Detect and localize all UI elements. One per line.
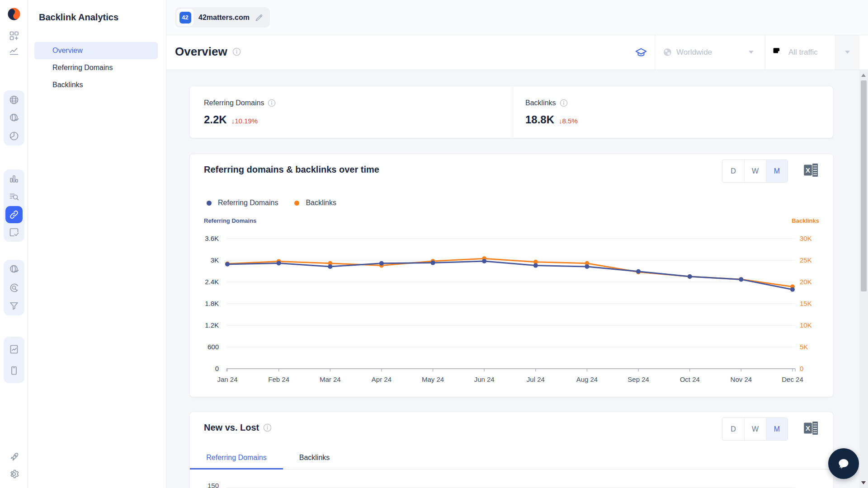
learn-graduation-cap-icon[interactable] (635, 47, 647, 61)
svg-text:Dec 24: Dec 24 (782, 375, 803, 383)
traffic-analytics-icon[interactable] (5, 109, 23, 127)
svg-text:Jul 24: Jul 24 (527, 375, 545, 383)
overtime-line-chart[interactable]: 006005K1.2K10K1.8K15K2.4K20K3K25K3.6K30K… (204, 226, 820, 389)
granularity-month-button[interactable]: M (766, 418, 788, 440)
svg-text:Jun 24: Jun 24 (474, 375, 495, 383)
edit-pencil-icon[interactable] (255, 13, 264, 22)
summary-metrics-card: Referring Domains 2.2K ↓10.19% Backlinks… (189, 86, 834, 138)
icon-rail (0, 0, 28, 488)
rail-group-reports (4, 337, 24, 383)
sidebar-item-overview[interactable]: Overview (34, 42, 158, 59)
settings-gear-icon[interactable] (5, 466, 23, 482)
svg-text:Aug 24: Aug 24 (576, 375, 598, 383)
granularity-toggle: D W M (722, 160, 788, 183)
domain-favicon-tile: 42 (177, 9, 193, 26)
chat-fab[interactable] (828, 448, 859, 479)
advertising-research-icon[interactable] (5, 261, 23, 278)
export-excel-icon[interactable]: X (803, 421, 819, 437)
ads-search-icon[interactable] (5, 279, 23, 296)
new-vs-lost-tabs: Referring Domains Backlinks (190, 446, 833, 469)
svg-text:Apr 24: Apr 24 (372, 375, 392, 383)
sidebar-item-referring-domains[interactable]: Referring Domains (34, 59, 158, 76)
scrollbar-up-arrow-icon[interactable] (861, 74, 866, 77)
traffic-filter-value: All traffic (788, 48, 818, 57)
info-icon[interactable] (232, 47, 241, 56)
semrush-logo-icon[interactable] (7, 7, 21, 21)
globe-icon (662, 47, 673, 57)
scrollbar[interactable] (859, 70, 868, 488)
svg-text:X: X (806, 424, 810, 432)
referring-domains-metric: 2.2K ↓10.19% (204, 113, 258, 126)
svg-text:10K: 10K (800, 321, 812, 329)
svg-text:X: X (806, 166, 810, 174)
keyword-overview-icon[interactable] (5, 170, 23, 188)
devices-icon (772, 47, 783, 58)
rail-group-advertising (4, 260, 24, 315)
tab-backlinks[interactable]: Backlinks (283, 446, 346, 469)
legend-referring-domains[interactable]: Referring Domains (207, 199, 278, 207)
svg-text:15K: 15K (800, 300, 812, 307)
section-nav: Backlink Analytics Overview Referring Do… (28, 0, 166, 488)
domain-overview-icon[interactable] (5, 91, 23, 108)
tab-referring-domains[interactable]: Referring Domains (190, 446, 283, 469)
svg-text:25K: 25K (800, 256, 812, 264)
overtime-chart-card: Referring domains & backlinks over time … (189, 154, 834, 397)
market-explorer-icon[interactable] (5, 127, 23, 145)
backlinks-value: 18.8K (525, 113, 554, 126)
granularity-week-button[interactable]: W (744, 160, 766, 182)
svg-text:Nov 24: Nov 24 (731, 375, 752, 383)
legend-backlinks[interactable]: Backlinks (294, 199, 336, 207)
section-title: Backlink Analytics (39, 12, 118, 23)
filter-funnel-icon[interactable] (5, 297, 23, 314)
mobile-device-icon[interactable] (5, 362, 23, 379)
rocket-icon[interactable] (5, 450, 23, 465)
domain-name: 42matters.com (198, 14, 250, 22)
granularity-month-button[interactable]: M (766, 160, 788, 182)
info-icon[interactable] (560, 99, 568, 107)
new-vs-lost-y-tick: 150 (190, 482, 219, 488)
info-icon[interactable] (263, 423, 272, 432)
scrollbar-down-arrow-icon[interactable] (861, 481, 866, 484)
backlinks-metric-label: Backlinks (525, 99, 568, 107)
svg-text:3K: 3K (211, 256, 219, 264)
svg-text:20K: 20K (800, 278, 812, 286)
card-divider (513, 86, 513, 138)
date-range-dropdown[interactable] (835, 35, 859, 70)
legend-dot-orange (294, 201, 299, 206)
traffic-filter-dropdown[interactable]: All traffic (765, 35, 835, 70)
report-document-icon[interactable] (5, 341, 23, 358)
svg-text:1.8K: 1.8K (205, 300, 219, 307)
svg-text:May 24: May 24 (422, 375, 444, 383)
sidebar-item-backlinks[interactable]: Backlinks (34, 76, 158, 94)
referring-domains-change: ↓10.19% (231, 117, 258, 125)
overtime-chart-title: Referring domains & backlinks over time (204, 164, 379, 175)
location-filter-dropdown[interactable]: Worldwide (655, 35, 765, 70)
active-tab-underline (190, 468, 283, 469)
domain-chip[interactable]: 42 42matters.com (175, 7, 270, 28)
main-area: 42 42matters.com Overview Worldwide (166, 0, 868, 488)
chevron-down-icon (749, 51, 754, 54)
export-excel-icon[interactable]: X (803, 163, 819, 179)
legend-dot-blue (207, 201, 212, 206)
organic-research-icon[interactable] (5, 188, 23, 205)
rail-group-seo (4, 169, 24, 242)
info-icon[interactable] (268, 99, 276, 107)
granularity-week-button[interactable]: W (744, 418, 766, 440)
svg-text:Mar 24: Mar 24 (320, 375, 341, 383)
backlinks-change: ↓8.5% (559, 117, 578, 125)
svg-text:Oct 24: Oct 24 (680, 375, 700, 383)
chevron-down-icon (845, 51, 850, 54)
page-header: Overview Worldwide All traffic (166, 35, 868, 70)
backlink-audit-icon[interactable] (5, 224, 23, 241)
svg-text:Sep 24: Sep 24 (627, 375, 649, 383)
granularity-day-button[interactable]: D (722, 418, 744, 440)
trends-icon[interactable] (5, 43, 23, 59)
scrollbar-thumb[interactable] (861, 80, 867, 291)
referring-domains-metric-label: Referring Domains (204, 99, 276, 107)
backlinks-metric: 18.8K ↓8.5% (525, 113, 578, 126)
new-vs-lost-card: New vs. Lost D W M X Referring Domains B… (189, 412, 834, 488)
apps-grid-icon[interactable] (5, 28, 23, 43)
granularity-day-button[interactable]: D (722, 160, 744, 182)
backlink-analytics-icon[interactable] (5, 206, 23, 223)
granularity-toggle: D W M (722, 418, 788, 441)
